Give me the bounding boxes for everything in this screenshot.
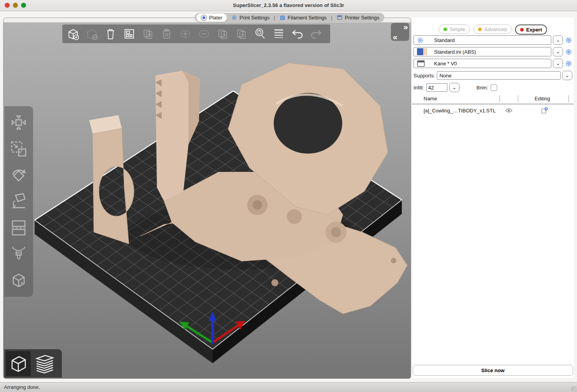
settings-tabstrip: Plater Print Settings | Filament Setting… [195, 13, 384, 22]
printer-preset-dropdown-button[interactable]: ⌄ [553, 59, 563, 68]
status-text: Arranging done. [4, 384, 40, 390]
filament-color-swatch [417, 48, 430, 55]
paste-icon [160, 28, 173, 40]
eye-icon [505, 108, 512, 113]
remove-object-button [83, 26, 100, 42]
infill-dropdown-button[interactable]: ⌄ [449, 83, 459, 92]
remove-instance-icon [197, 27, 211, 40]
tab-filament-settings[interactable]: Filament Settings [276, 13, 331, 22]
gear-icon [565, 60, 572, 67]
copy-icon [142, 28, 154, 40]
table-divider [412, 104, 574, 104]
scene-canvas[interactable] [4, 22, 411, 378]
3d-editor-view-button[interactable] [6, 351, 31, 376]
redo-button [308, 26, 325, 42]
chevrons-left-icon: « [393, 32, 397, 42]
gizmo-toolbar [4, 106, 33, 297]
filament-settings-gear-button[interactable] [565, 49, 572, 55]
slice-now-button[interactable]: Slice now [413, 365, 573, 376]
brim-checkbox[interactable] [491, 84, 497, 91]
gear-icon [565, 37, 572, 44]
cut-tool-button[interactable] [7, 217, 30, 239]
split-parts-button: P [233, 26, 250, 42]
plater-toolbar: O P [62, 24, 330, 43]
simple-mode-dot-icon [443, 28, 447, 31]
plater-radio-icon [201, 15, 207, 21]
object-name: [a]_Cowling_…TIBODY_x1.STL [424, 108, 496, 114]
tab-print-settings[interactable]: Print Settings [227, 13, 273, 22]
plater-3d-viewport[interactable]: O P [3, 18, 411, 379]
view-switcher [4, 349, 62, 378]
delete-all-button[interactable] [102, 26, 119, 42]
split-parts-icon: P [235, 28, 248, 40]
undo-button[interactable] [289, 26, 306, 42]
resize-grip[interactable] [571, 386, 577, 392]
mode-selector: Simple Advanced Expert [412, 24, 574, 35]
edit-layers-icon [541, 107, 548, 114]
undo-icon [291, 28, 304, 40]
add-instance-icon [179, 27, 192, 40]
scale-tool-button[interactable] [7, 138, 30, 160]
copy-button [139, 26, 157, 42]
object-list-row[interactable]: [a]_Cowling_…TIBODY_x1.STL [412, 106, 574, 116]
print-settings-gear-button[interactable] [565, 37, 572, 44]
supports-dropdown-button[interactable]: ⌄ [562, 71, 572, 80]
titlebar: SuperSlicer_2.3.56 a flavored version of… [0, 0, 577, 11]
add-object-button[interactable] [65, 26, 82, 42]
preview-view-button[interactable] [32, 351, 57, 376]
remove-instance-button [195, 26, 213, 42]
filament-preset-combobox[interactable]: Standard.ini (ABS) [413, 47, 551, 56]
supports-row: Supports: None ⌄ [413, 71, 572, 80]
printer-settings-gear-button[interactable] [565, 60, 572, 67]
printer-icon [417, 60, 430, 67]
mode-simple-button[interactable]: Simple [439, 24, 470, 34]
svg-text:P: P [241, 33, 244, 38]
advanced-mode-dot-icon [478, 28, 482, 31]
tab-printer-settings[interactable]: Printer Settings [333, 13, 383, 22]
printer-preset-combobox[interactable]: Kane * V0 [413, 59, 551, 68]
filament-preset-dropdown-button[interactable]: ⌄ [553, 47, 563, 56]
place-on-face-icon [9, 192, 28, 211]
rotate-tool-button[interactable] [7, 164, 30, 186]
paint-supports-tool-button[interactable] [7, 243, 30, 265]
infill-brim-row: Infill: ⌄ Brim: [413, 83, 572, 92]
filament-spool-icon [280, 15, 285, 21]
seam-cube-icon [9, 271, 28, 290]
split-objects-button: O [214, 26, 231, 42]
editing-column-header: Editing [535, 96, 550, 102]
remove-object-icon [85, 27, 99, 40]
tab-plater[interactable]: Plater [196, 13, 227, 22]
printer-preset-row: Kane * V0 ⌄ [413, 59, 572, 68]
infill-input[interactable] [426, 83, 447, 92]
gear-icon [231, 15, 237, 21]
object-editing-button[interactable] [541, 107, 548, 115]
status-bar: Arranging done. [0, 382, 577, 392]
sidebar-panel: Simple Advanced Expert Standard [412, 18, 574, 378]
supports-combobox[interactable]: None [437, 71, 561, 80]
move-icon [10, 114, 28, 131]
print-gear-icon [417, 37, 430, 44]
place-on-face-tool-button[interactable] [7, 190, 30, 213]
name-column-header: Name [424, 96, 437, 102]
arrange-button[interactable] [121, 26, 138, 42]
variable-layer-height-button[interactable] [270, 26, 287, 42]
object-visibility-button[interactable] [505, 108, 512, 114]
supports-label: Supports: [413, 73, 435, 79]
print-preset-dropdown-button[interactable]: ⌄ [553, 35, 563, 45]
paste-button [158, 26, 175, 42]
collapse-sidebar-button[interactable]: » « [391, 23, 409, 41]
move-tool-button[interactable] [7, 111, 30, 134]
search-button[interactable] [252, 26, 269, 42]
superslicer-window: SuperSlicer_2.3.56 a flavored version of… [0, 0, 577, 392]
chevrons-right-icon: » [403, 22, 407, 32]
mode-advanced-button[interactable]: Advanced [473, 24, 512, 34]
redo-icon [310, 28, 323, 40]
mode-expert-button[interactable]: Expert [515, 24, 547, 35]
rotate-icon [9, 165, 28, 185]
3d-view-icon [8, 354, 28, 374]
layers-preview-icon [33, 353, 56, 374]
print-preset-combobox[interactable]: Standard [413, 35, 551, 45]
seam-tool-button[interactable] [7, 269, 30, 292]
variable-layer-height-icon [273, 28, 285, 40]
brim-label: Brim: [477, 85, 488, 91]
